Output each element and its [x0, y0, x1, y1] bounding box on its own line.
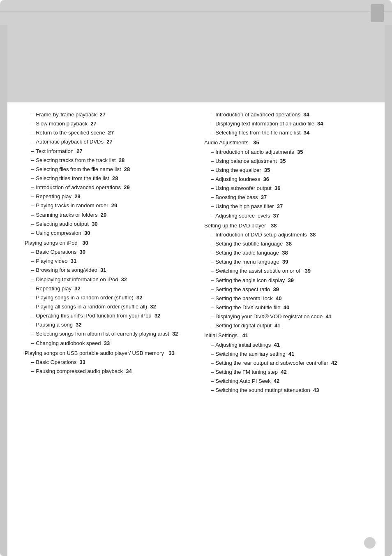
dash-icon: – [31, 147, 34, 155]
list-item: – Pausing compressed audio playback 34 [25, 367, 188, 375]
item-text: Displaying your DivX® VOD registration c… [215, 313, 367, 321]
dash-icon: – [31, 165, 34, 174]
list-item: – Using compression 30 [25, 229, 188, 237]
page-ref: 27 [106, 139, 112, 145]
list-item: – Boosting the bass 37 [204, 193, 367, 202]
page-ref: 37 [277, 203, 283, 209]
item-text: Repeating play 29 [36, 192, 188, 201]
item-text: Playing tracks in random order 29 [36, 202, 188, 210]
item-text: Setting the FM tuning step 42 [215, 368, 367, 376]
page-ref: 35 [297, 149, 303, 155]
section-title: Playing songs on USB portable audio play… [25, 349, 164, 357]
page-ref: 32 [76, 322, 81, 328]
list-item: – Scanning tracks or folders 29 [25, 211, 188, 219]
dash-icon: – [31, 211, 34, 219]
list-item: – Playing tracks in random order 29 [25, 202, 188, 210]
item-text: Using the high pass filter 37 [215, 202, 367, 211]
dash-icon: – [211, 267, 214, 275]
page-ref: 28 [112, 175, 118, 181]
page-ref: 29 [74, 193, 80, 199]
list-item: – Changing audiobook speed 33 [25, 339, 188, 348]
section-title: Initial Settings [204, 331, 238, 340]
item-text: Selecting audio output 30 [36, 220, 188, 228]
list-item: – Selecting files from the file name lis… [25, 165, 188, 174]
page-ref: 39 [288, 277, 294, 283]
page-ref: 30 [79, 249, 85, 255]
list-item: – Adjusting source levels 37 [204, 212, 367, 220]
item-text: Setting for digital output 41 [215, 322, 367, 330]
dash-icon: – [211, 193, 214, 202]
dash-icon: – [31, 312, 34, 320]
page-ref: 32 [154, 313, 160, 319]
list-item: – Using subwoofer output 36 [204, 184, 367, 192]
list-item: – Using balance adjustment 35 [204, 157, 367, 165]
item-text: Pausing compressed audio playback 34 [36, 367, 188, 375]
list-item: – Playing all songs in a random order (s… [25, 303, 188, 311]
dash-icon: – [211, 231, 214, 239]
page-ref: 31 [71, 258, 76, 264]
dash-icon: – [211, 303, 214, 312]
section-title: Playing songs on iPod [25, 239, 78, 247]
footer [362, 537, 376, 549]
item-text: Pausing a song 32 [36, 321, 188, 329]
page-ref: 39 [282, 259, 288, 265]
dash-icon: – [211, 386, 214, 394]
list-item: – Displaying your DivX® VOD registration… [204, 313, 367, 321]
dash-icon: – [211, 276, 214, 285]
item-text: Setting the aspect ratio 39 [215, 285, 367, 294]
item-text: Playing video 31 [36, 257, 188, 265]
item-text: Selecting tracks from the track list 28 [36, 156, 188, 164]
page-ref: 32 [136, 294, 142, 301]
item-text: Switching Auto PI Seek 42 [215, 377, 367, 385]
page-ref: 41 [325, 313, 331, 320]
dash-icon: – [31, 276, 34, 284]
dash-icon: – [211, 359, 214, 367]
dash-icon: – [31, 257, 34, 265]
page-ref: 39 [273, 286, 279, 292]
page-ref: 40 [276, 295, 281, 301]
item-text: Using balance adjustment 35 [215, 157, 367, 165]
list-item: – Setting the FM tuning step 42 [204, 368, 367, 376]
item-text: Changing audiobook speed 33 [36, 339, 188, 348]
page-ref: 37 [273, 213, 279, 219]
list-item: – Text information 27 [25, 147, 188, 155]
dash-icon: – [211, 202, 214, 211]
list-item: – Switching the assist subtitle on or of… [204, 267, 367, 275]
list-item: Playing songs on iPod 30 [25, 239, 188, 247]
content-area: – Frame-by-frame playback 27 – Slow moti… [0, 102, 392, 412]
list-item: – Adjusting initial settings 41 [204, 341, 367, 349]
dash-icon: – [31, 202, 34, 210]
dash-icon: – [31, 156, 34, 164]
list-item: – Slow motion playback 27 [25, 120, 188, 128]
list-item: – Setting the DivX subtitle file 40 [204, 303, 367, 312]
right-column: – Introduction of advanced operations 34… [204, 111, 367, 395]
list-item: – Setting the subtitle language 38 [204, 240, 367, 248]
section-page: 38 [271, 222, 277, 230]
dash-icon: – [31, 111, 34, 119]
section-title: Audio Adjustments [204, 139, 249, 147]
page-ref: 27 [108, 130, 114, 136]
item-text: Switching the sound muting/ attenuation … [215, 386, 367, 394]
item-text: Playing songs in a random order (shuffle… [36, 294, 188, 302]
page-ref: 28 [124, 166, 130, 172]
item-text: Slow motion playback 27 [36, 120, 188, 128]
list-item: – Switching the sound muting/ attenuatio… [204, 386, 367, 394]
list-item: – Setting the audio language 38 [204, 249, 367, 257]
item-text: Text information 27 [36, 147, 188, 155]
item-text: Basic Operations 33 [36, 358, 188, 366]
item-text: Setting the DivX subtitle file 40 [215, 303, 367, 312]
dash-icon: – [31, 229, 34, 237]
dash-icon: – [211, 341, 214, 349]
dash-icon: – [31, 303, 34, 311]
page-ref: 35 [264, 167, 270, 173]
item-text: Adjusting loudness 36 [215, 175, 367, 183]
item-text: Selecting songs from album list of curre… [36, 330, 188, 338]
dash-icon: – [211, 120, 214, 128]
dash-icon: – [31, 120, 34, 128]
list-item: Playing songs on USB portable audio play… [25, 349, 188, 357]
item-text: Using compression 30 [36, 229, 188, 237]
page-ref: 30 [84, 230, 90, 236]
list-item: – Using the high pass filter 37 [204, 202, 367, 211]
dash-icon: – [211, 294, 214, 303]
page-ref: 42 [274, 378, 279, 384]
